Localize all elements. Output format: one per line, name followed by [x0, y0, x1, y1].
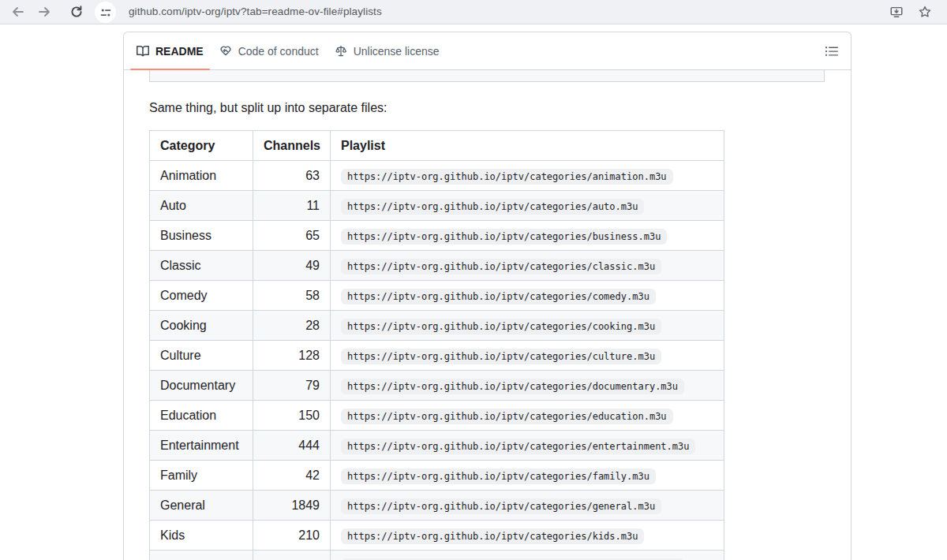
column-header-playlist: Playlist	[331, 131, 724, 161]
table-row: Family 42 https://iptv-org.github.io/ipt…	[150, 461, 724, 491]
playlist-cell: https://iptv-org.github.io/iptv/categori…	[331, 431, 724, 461]
category-cell: Cooking	[150, 311, 253, 341]
column-header-channels: Channels	[253, 131, 331, 161]
channels-cell: 79	[253, 371, 331, 401]
channels-cell: 150	[253, 401, 331, 431]
channels-cell: 444	[253, 431, 331, 461]
github-page: README Code of conduct Unlicense license…	[0, 24, 947, 560]
category-cell: Education	[150, 401, 253, 431]
channels-cell: 58	[253, 281, 331, 311]
table-row: Kids 210 https://iptv-org.github.io/iptv…	[150, 521, 724, 551]
intro-text: Same thing, but split up into separate f…	[149, 99, 825, 118]
category-cell: Classic	[150, 251, 253, 281]
outline-list-icon[interactable]	[824, 43, 840, 59]
table-row: General 1849 https://iptv-org.github.io/…	[150, 491, 724, 521]
playlist-cell: https://iptv-org.github.io/iptv/categori…	[331, 221, 724, 251]
playlist-url[interactable]: https://iptv-org.github.io/iptv/categori…	[341, 199, 644, 215]
category-cell: Business	[150, 221, 253, 251]
back-icon[interactable]	[11, 5, 25, 19]
tab-license-label: Unlicense license	[354, 45, 440, 58]
channels-cell: 210	[253, 521, 331, 551]
reload-icon[interactable]	[69, 5, 84, 19]
channels-cell: 63	[253, 161, 331, 191]
category-cell: Family	[150, 461, 253, 491]
tab-code-of-conduct[interactable]: Code of conduct	[213, 32, 325, 69]
category-cell: Comedy	[150, 281, 253, 311]
channels-cell: 49	[253, 251, 331, 281]
playlist-url[interactable]: https://iptv-org.github.io/iptv/categori…	[341, 409, 673, 424]
channels-cell: 1849	[253, 491, 331, 521]
table-row: Culture 128 https://iptv-org.github.io/i…	[150, 341, 724, 371]
playlist-url[interactable]: https://iptv-org.github.io/iptv/categori…	[341, 528, 644, 544]
law-scales-icon	[335, 45, 347, 58]
readme-container: README Code of conduct Unlicense license…	[123, 32, 852, 560]
tab-readme[interactable]: README	[130, 32, 210, 69]
playlists-table: Category Channels Playlist Animation 63 …	[149, 130, 724, 560]
category-cell: Documentary	[150, 371, 253, 401]
playlist-cell: https://iptv-org.github.io/iptv/categori…	[331, 311, 724, 341]
playlist-cell: https://iptv-org.github.io/iptv/categori…	[331, 251, 724, 281]
tab-readme-label: README	[155, 45, 204, 58]
forward-icon[interactable]	[37, 5, 51, 19]
playlist-url[interactable]: https://iptv-org.github.io/iptv/categori…	[341, 469, 656, 484]
playlist-url[interactable]: https://iptv-org.github.io/iptv/categori…	[341, 169, 673, 185]
address-bar-url[interactable]: github.com/iptv-org/iptv?tab=readme-ov-f…	[129, 6, 382, 17]
playlist-url[interactable]: https://iptv-org.github.io/iptv/categori…	[341, 289, 656, 304]
table-row: Business 65 https://iptv-org.github.io/i…	[150, 221, 724, 251]
table-row: Comedy 58 https://iptv-org.github.io/ipt…	[150, 281, 724, 311]
table-row: Legislative 6 https://iptv-org.github.io…	[150, 551, 724, 560]
table-row: Auto 11 https://iptv-org.github.io/iptv/…	[150, 191, 724, 221]
tab-code-of-conduct-label: Code of conduct	[238, 45, 319, 58]
channels-cell: 6	[253, 551, 331, 560]
previous-table-clipped-row	[149, 70, 825, 82]
readme-body: Same thing, but split up into separate f…	[124, 70, 851, 560]
install-app-icon[interactable]	[889, 5, 904, 19]
playlist-cell: https://iptv-org.github.io/iptv/categori…	[331, 161, 724, 191]
table-row: Classic 49 https://iptv-org.github.io/ip…	[150, 251, 724, 281]
book-icon	[137, 45, 149, 58]
repo-file-tabnav: README Code of conduct Unlicense license	[124, 32, 851, 70]
table-row: Cooking 28 https://iptv-org.github.io/ip…	[150, 311, 724, 341]
playlist-url[interactable]: https://iptv-org.github.io/iptv/categori…	[341, 379, 684, 394]
playlist-url[interactable]: https://iptv-org.github.io/iptv/categori…	[341, 439, 695, 454]
playlist-cell: https://iptv-org.github.io/iptv/categori…	[331, 461, 724, 491]
table-header-row: Category Channels Playlist	[150, 131, 724, 161]
playlist-cell: https://iptv-org.github.io/iptv/categori…	[331, 401, 724, 431]
playlist-url[interactable]: https://iptv-org.github.io/iptv/categori…	[341, 259, 661, 274]
column-header-category: Category	[150, 131, 253, 161]
playlist-url[interactable]: https://iptv-org.github.io/iptv/categori…	[341, 229, 667, 245]
category-cell: Kids	[150, 521, 253, 551]
playlist-cell: https://iptv-org.github.io/iptv/categori…	[331, 341, 724, 371]
channels-cell: 42	[253, 461, 331, 491]
playlist-cell: https://iptv-org.github.io/iptv/categori…	[331, 371, 724, 401]
browser-toolbar: github.com/iptv-org/iptv?tab=readme-ov-f…	[0, 0, 947, 24]
site-info-button[interactable]	[95, 2, 116, 23]
table-row: Entertainment 444 https://iptv-org.githu…	[150, 431, 724, 461]
playlist-cell: https://iptv-org.github.io/iptv/categori…	[331, 491, 724, 521]
channels-cell: 11	[253, 191, 331, 221]
playlist-cell: https://iptv-org.github.io/iptv/categori…	[331, 191, 724, 221]
bookmark-star-icon[interactable]	[918, 5, 932, 19]
playlist-url[interactable]: https://iptv-org.github.io/iptv/categori…	[341, 498, 661, 514]
category-cell: Auto	[150, 191, 253, 221]
channels-cell: 65	[253, 221, 331, 251]
table-row: Animation 63 https://iptv-org.github.io/…	[150, 161, 724, 191]
playlist-url[interactable]: https://iptv-org.github.io/iptv/categori…	[341, 349, 661, 364]
tab-license[interactable]: Unlicense license	[328, 32, 446, 69]
playlist-cell: https://iptv-org.github.io/iptv/categori…	[331, 551, 724, 560]
category-cell: Entertainment	[150, 431, 253, 461]
channels-cell: 28	[253, 311, 331, 341]
table-row: Documentary 79 https://iptv-org.github.i…	[150, 371, 724, 401]
category-cell: Legislative	[150, 551, 253, 560]
category-cell: Culture	[150, 341, 253, 371]
playlist-url[interactable]: https://iptv-org.github.io/iptv/categori…	[341, 319, 661, 334]
category-cell: General	[150, 491, 253, 521]
category-cell: Animation	[150, 161, 253, 191]
table-row: Education 150 https://iptv-org.github.io…	[150, 401, 724, 431]
code-of-conduct-icon	[219, 45, 232, 58]
site-settings-icon	[100, 7, 111, 18]
channels-cell: 128	[253, 341, 331, 371]
playlist-cell: https://iptv-org.github.io/iptv/categori…	[331, 521, 724, 551]
playlist-cell: https://iptv-org.github.io/iptv/categori…	[331, 281, 724, 311]
